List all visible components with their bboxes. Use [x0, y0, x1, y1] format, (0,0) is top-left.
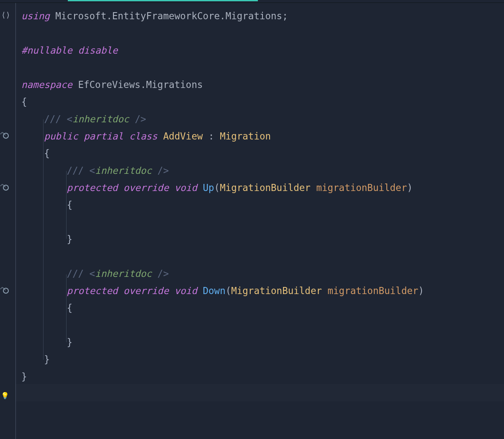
- indent-guide: [43, 119, 44, 360]
- lparen: (: [214, 182, 220, 193]
- open-brace: {: [67, 199, 72, 210]
- doc-slash: /: [152, 165, 163, 176]
- lparen: (: [226, 285, 231, 296]
- lightbulb-icon[interactable]: 💡: [1, 392, 9, 400]
- doc-gt: >: [163, 268, 169, 279]
- doc-comment-slashes: ///: [67, 268, 89, 279]
- close-brace: }: [44, 354, 50, 365]
- open-brace: {: [21, 96, 27, 107]
- keyword-override: override: [118, 285, 169, 296]
- doc-lt: <: [90, 165, 95, 176]
- colon: :: [203, 131, 220, 142]
- param-name: migrationBuilder: [311, 182, 407, 193]
- doc-lt: <: [67, 114, 72, 124]
- method-up: Up: [197, 182, 214, 193]
- active-tab-indicator: [68, 0, 258, 1]
- open-brace: {: [44, 148, 50, 159]
- indent-guide: [66, 171, 67, 239]
- override-indicator-icon[interactable]: [3, 133, 9, 139]
- doc-lt: <: [90, 268, 95, 279]
- doc-comment-slashes: ///: [67, 165, 89, 176]
- keyword-void: void: [169, 285, 197, 296]
- keyword-protected: protected: [67, 285, 118, 296]
- editor-left-border: [15, 3, 16, 439]
- namespace-ref: Microsoft.EntityFrameworkCore.Migrations: [50, 10, 282, 21]
- param-type: MigrationBuilder: [220, 182, 311, 193]
- semicolon: ;: [282, 10, 288, 21]
- indent-guide: [66, 274, 67, 342]
- close-brace: }: [67, 337, 72, 348]
- keyword-override: override: [118, 182, 169, 193]
- preprocessor-directive: #nullable disable: [21, 45, 118, 56]
- doc-gt: >: [163, 165, 169, 176]
- base-class-migration: Migration: [220, 131, 271, 142]
- current-line-highlight: [15, 384, 504, 401]
- param-type: MigrationBuilder: [231, 285, 322, 296]
- keyword-public: public: [44, 131, 78, 142]
- override-indicator-icon[interactable]: [3, 185, 9, 191]
- keyword-class: class: [123, 131, 157, 142]
- doc-slash: /: [152, 268, 163, 279]
- close-brace: }: [21, 371, 27, 382]
- namespace-name: EfCoreViews.Migrations: [72, 79, 203, 90]
- rparen: ): [418, 285, 424, 296]
- open-brace: {: [67, 302, 72, 313]
- editor-gutter: ⟨⟩ 💡: [0, 3, 15, 439]
- keyword-namespace: namespace: [21, 79, 72, 90]
- method-down: Down: [197, 285, 226, 296]
- doc-tag-inheritdoc: inheritdoc: [72, 114, 129, 124]
- doc-slash: /: [129, 114, 140, 124]
- keyword-partial: partial: [78, 131, 123, 142]
- code-editor[interactable]: using Microsoft.EntityFrameworkCore.Migr…: [15, 3, 504, 439]
- code-content[interactable]: using Microsoft.EntityFrameworkCore.Migr…: [15, 3, 504, 385]
- keyword-void: void: [169, 182, 197, 193]
- override-indicator-icon[interactable]: [3, 288, 9, 294]
- rparen: ): [407, 182, 413, 193]
- doc-comment-slashes: ///: [44, 114, 67, 124]
- doc-tag-inheritdoc: inheritdoc: [95, 268, 152, 279]
- brackets-icon[interactable]: ⟨⟩: [1, 10, 10, 19]
- doc-tag-inheritdoc: inheritdoc: [95, 165, 152, 176]
- param-name: migrationBuilder: [322, 285, 418, 296]
- keyword-using: using: [21, 10, 50, 21]
- close-brace: }: [67, 234, 72, 245]
- keyword-protected: protected: [67, 182, 118, 193]
- doc-gt: >: [140, 114, 146, 124]
- class-name-addview: AddView: [157, 131, 203, 142]
